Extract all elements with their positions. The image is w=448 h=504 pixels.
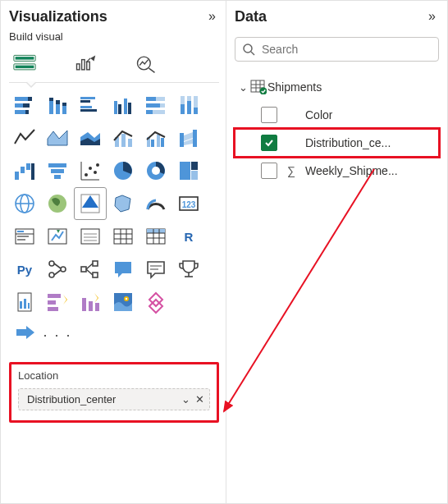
viz-100-stacked-column-icon[interactable] (173, 89, 204, 121)
viz-goals-icon[interactable] (173, 254, 204, 285)
viz-shape-map-icon[interactable] (107, 188, 139, 219)
viz-arcgis-map-icon[interactable] (107, 286, 139, 318)
viz-r-visual-icon[interactable]: R (173, 221, 204, 252)
svg-rect-27 (124, 99, 127, 114)
viz-table-icon[interactable] (107, 221, 139, 252)
viz-qna-icon[interactable] (107, 254, 139, 285)
chevron-down-icon[interactable]: ⌄ (236, 81, 249, 94)
viz-power-apps-icon[interactable] (42, 286, 73, 318)
svg-rect-80 (17, 239, 25, 241)
field-distribution-center[interactable]: Distribution_ce... (235, 129, 439, 157)
viz-gauge-icon[interactable] (140, 188, 171, 219)
svg-rect-17 (56, 104, 60, 114)
svg-rect-48 (180, 133, 184, 147)
data-pane: Data » ⌄ Shipments Color (226, 1, 447, 503)
well-item-remove-icon[interactable]: ✕ (195, 393, 204, 405)
viz-stacked-bar-icon[interactable] (9, 89, 40, 121)
svg-line-8 (149, 68, 155, 72)
svg-rect-42 (121, 134, 126, 147)
svg-rect-104 (93, 273, 98, 277)
viz-clustered-bar-icon[interactable] (75, 89, 106, 121)
active-tab-caret-icon (25, 82, 37, 88)
viz-power-automate-flow-icon[interactable] (9, 319, 40, 351)
svg-text:123: 123 (182, 200, 196, 209)
viz-donut-icon[interactable] (140, 155, 171, 186)
svg-point-99 (61, 267, 66, 272)
viz-line-clustered-column-icon[interactable] (140, 122, 171, 153)
viz-python-visual-icon[interactable]: Py (9, 254, 40, 285)
svg-rect-40 (194, 108, 198, 114)
svg-rect-45 (151, 140, 154, 147)
viz-ribbon-chart-icon[interactable] (173, 122, 204, 153)
viz-azure-map-icon[interactable] (75, 188, 106, 219)
svg-rect-11 (15, 103, 23, 108)
viz-filled-map-icon[interactable] (42, 188, 73, 219)
checkbox-distribution-center[interactable] (261, 135, 277, 151)
location-well-item-text: Distribution_center (27, 393, 116, 405)
svg-rect-47 (161, 138, 164, 147)
svg-line-106 (86, 269, 93, 275)
visualizations-title: Visualizations (9, 8, 107, 25)
checkbox-color[interactable] (261, 107, 277, 123)
format-tab[interactable] (71, 51, 99, 76)
svg-rect-19 (62, 106, 66, 114)
viz-paginated-report-icon[interactable] (9, 286, 40, 318)
svg-rect-68 (191, 171, 198, 180)
svg-point-123 (126, 298, 127, 300)
svg-rect-6 (87, 62, 90, 70)
viz-key-influencers-icon[interactable] (42, 254, 73, 285)
viz-line-stacked-column-icon[interactable] (107, 122, 139, 153)
viz-100-stacked-bar-icon[interactable] (140, 89, 171, 121)
viz-line-chart-icon[interactable] (9, 122, 40, 153)
viz-matrix-icon[interactable] (140, 221, 171, 252)
viz-map-icon[interactable] (9, 188, 40, 219)
viz-scatter-icon[interactable] (75, 155, 106, 186)
svg-line-101 (54, 270, 61, 275)
checkbox-weekly-shipments[interactable] (261, 163, 277, 179)
viz-power-automate-icon[interactable] (75, 286, 106, 318)
svg-rect-50 (15, 172, 19, 180)
field-weekly-shipments[interactable]: ∑ Weekly_Shipme... (235, 157, 439, 185)
viz-funnel-icon[interactable] (42, 155, 73, 186)
search-input[interactable] (260, 42, 432, 57)
viz-clustered-column-icon[interactable] (107, 89, 139, 121)
field-color[interactable]: Color (235, 101, 439, 129)
build-tab[interactable] (11, 51, 39, 76)
viz-card-icon[interactable]: 123 (173, 188, 204, 219)
svg-rect-54 (48, 163, 66, 167)
build-visual-label: Build visual (9, 30, 219, 43)
svg-rect-78 (17, 231, 24, 232)
svg-point-59 (85, 173, 88, 176)
svg-rect-46 (157, 135, 160, 147)
viz-area-chart-icon[interactable] (42, 122, 73, 153)
svg-rect-103 (93, 261, 98, 266)
collapse-data-button[interactable]: » (425, 7, 439, 25)
more-visuals-button[interactable]: · · · (42, 319, 73, 351)
svg-rect-43 (128, 139, 132, 147)
viz-stacked-column-icon[interactable] (42, 89, 73, 121)
svg-rect-117 (48, 307, 58, 311)
svg-point-61 (94, 171, 97, 174)
search-box[interactable] (235, 37, 439, 62)
viz-decomposition-tree-icon[interactable] (75, 254, 106, 285)
fields-tree: ⌄ Shipments Color Distribution_ce... (235, 73, 439, 185)
table-shipments[interactable]: ⌄ Shipments (235, 73, 439, 101)
viz-pie-icon[interactable] (107, 155, 139, 186)
viz-treemap-icon[interactable] (173, 155, 204, 186)
svg-rect-21 (80, 97, 95, 99)
viz-waterfall-icon[interactable] (9, 155, 40, 186)
viz-get-more-visuals-icon[interactable] (140, 286, 171, 318)
collapse-visualizations-button[interactable]: » (205, 7, 219, 25)
viz-multi-row-card-icon[interactable] (9, 221, 40, 252)
well-item-dropdown-icon[interactable]: ⌄ (181, 393, 190, 405)
svg-rect-32 (146, 103, 160, 108)
analytics-tab[interactable] (132, 51, 160, 76)
svg-rect-67 (191, 162, 198, 170)
viz-stacked-area-icon[interactable] (75, 122, 106, 153)
viz-smart-narrative-icon[interactable] (140, 254, 171, 285)
viz-kpi-icon[interactable] (42, 221, 73, 252)
svg-line-105 (86, 263, 93, 269)
viz-slicer-icon[interactable] (75, 221, 106, 252)
svg-rect-22 (80, 100, 90, 103)
location-well-item[interactable]: Distribution_center ⌄ ✕ (18, 388, 210, 410)
